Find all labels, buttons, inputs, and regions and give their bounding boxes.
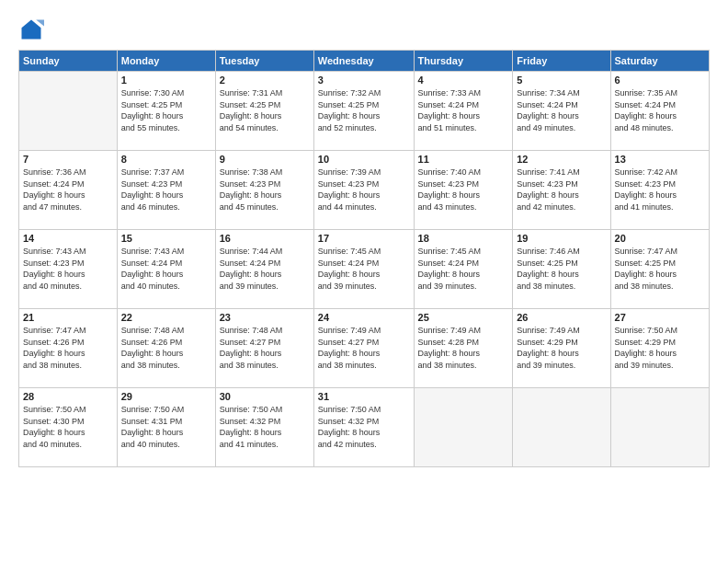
calendar-cell: 26Sunrise: 7:49 AM Sunset: 4:29 PM Dayli… (513, 309, 610, 388)
calendar-week-row: 28Sunrise: 7:50 AM Sunset: 4:30 PM Dayli… (19, 388, 710, 467)
day-info: Sunrise: 7:47 AM Sunset: 4:25 PM Dayligh… (615, 246, 705, 292)
calendar-cell: 19Sunrise: 7:46 AM Sunset: 4:25 PM Dayli… (513, 230, 610, 309)
day-info: Sunrise: 7:35 AM Sunset: 4:24 PM Dayligh… (615, 87, 705, 133)
day-number: 7 (23, 154, 113, 165)
day-info: Sunrise: 7:40 AM Sunset: 4:23 PM Dayligh… (418, 167, 509, 213)
day-number: 1 (121, 75, 211, 86)
day-number: 27 (615, 312, 705, 323)
calendar-cell: 27Sunrise: 7:50 AM Sunset: 4:29 PM Dayli… (610, 309, 709, 388)
day-number: 15 (121, 233, 211, 244)
day-info: Sunrise: 7:41 AM Sunset: 4:23 PM Dayligh… (517, 167, 606, 213)
day-info: Sunrise: 7:45 AM Sunset: 4:24 PM Dayligh… (418, 246, 509, 292)
calendar-week-row: 1Sunrise: 7:30 AM Sunset: 4:25 PM Daylig… (19, 72, 710, 151)
calendar-cell: 11Sunrise: 7:40 AM Sunset: 4:23 PM Dayli… (414, 151, 513, 230)
day-number: 16 (220, 233, 310, 244)
day-number: 31 (318, 391, 410, 402)
day-number: 29 (121, 391, 211, 402)
calendar-cell: 4Sunrise: 7:33 AM Sunset: 4:24 PM Daylig… (414, 72, 513, 151)
day-number: 3 (318, 75, 410, 86)
calendar-cell: 18Sunrise: 7:45 AM Sunset: 4:24 PM Dayli… (414, 230, 513, 309)
calendar-cell: 25Sunrise: 7:49 AM Sunset: 4:28 PM Dayli… (414, 309, 513, 388)
calendar-cell: 14Sunrise: 7:43 AM Sunset: 4:23 PM Dayli… (19, 230, 118, 309)
calendar-cell: 5Sunrise: 7:34 AM Sunset: 4:24 PM Daylig… (513, 72, 610, 151)
header (18, 17, 710, 42)
logo-icon (18, 17, 44, 42)
day-info: Sunrise: 7:49 AM Sunset: 4:27 PM Dayligh… (318, 325, 410, 371)
day-number: 18 (418, 233, 509, 244)
weekday-header: Wednesday (313, 51, 414, 72)
day-number: 28 (23, 391, 113, 402)
calendar-cell: 1Sunrise: 7:30 AM Sunset: 4:25 PM Daylig… (117, 72, 215, 151)
day-info: Sunrise: 7:42 AM Sunset: 4:23 PM Dayligh… (615, 167, 705, 213)
calendar-cell (513, 388, 610, 467)
day-info: Sunrise: 7:43 AM Sunset: 4:24 PM Dayligh… (121, 246, 211, 292)
svg-marker-0 (22, 20, 41, 40)
calendar-cell: 16Sunrise: 7:44 AM Sunset: 4:24 PM Dayli… (215, 230, 313, 309)
weekday-header: Saturday (610, 51, 709, 72)
calendar-week-row: 21Sunrise: 7:47 AM Sunset: 4:26 PM Dayli… (19, 309, 710, 388)
day-number: 6 (615, 75, 705, 86)
day-info: Sunrise: 7:46 AM Sunset: 4:25 PM Dayligh… (517, 246, 606, 292)
calendar-cell: 21Sunrise: 7:47 AM Sunset: 4:26 PM Dayli… (19, 309, 118, 388)
calendar-cell: 30Sunrise: 7:50 AM Sunset: 4:32 PM Dayli… (215, 388, 313, 467)
calendar-cell: 6Sunrise: 7:35 AM Sunset: 4:24 PM Daylig… (610, 72, 709, 151)
calendar-cell: 2Sunrise: 7:31 AM Sunset: 4:25 PM Daylig… (215, 72, 313, 151)
calendar-cell: 7Sunrise: 7:36 AM Sunset: 4:24 PM Daylig… (19, 151, 118, 230)
day-info: Sunrise: 7:36 AM Sunset: 4:24 PM Dayligh… (23, 167, 113, 213)
day-number: 10 (318, 154, 410, 165)
day-info: Sunrise: 7:45 AM Sunset: 4:24 PM Dayligh… (318, 246, 410, 292)
day-number: 24 (318, 312, 410, 323)
day-info: Sunrise: 7:50 AM Sunset: 4:32 PM Dayligh… (318, 404, 410, 450)
calendar-cell: 23Sunrise: 7:48 AM Sunset: 4:27 PM Dayli… (215, 309, 313, 388)
day-info: Sunrise: 7:48 AM Sunset: 4:27 PM Dayligh… (220, 325, 310, 371)
calendar-cell (610, 388, 709, 467)
day-number: 20 (615, 233, 705, 244)
day-number: 22 (121, 312, 211, 323)
day-info: Sunrise: 7:50 AM Sunset: 4:32 PM Dayligh… (220, 404, 310, 450)
day-number: 12 (517, 154, 606, 165)
day-info: Sunrise: 7:48 AM Sunset: 4:26 PM Dayligh… (121, 325, 211, 371)
day-number: 17 (318, 233, 410, 244)
logo (18, 17, 48, 42)
day-number: 13 (615, 154, 705, 165)
day-info: Sunrise: 7:50 AM Sunset: 4:31 PM Dayligh… (121, 404, 211, 450)
day-number: 5 (517, 75, 606, 86)
calendar-cell: 20Sunrise: 7:47 AM Sunset: 4:25 PM Dayli… (610, 230, 709, 309)
calendar-cell (19, 72, 118, 151)
day-info: Sunrise: 7:37 AM Sunset: 4:23 PM Dayligh… (121, 167, 211, 213)
day-number: 25 (418, 312, 509, 323)
day-number: 11 (418, 154, 509, 165)
calendar-cell: 22Sunrise: 7:48 AM Sunset: 4:26 PM Dayli… (117, 309, 215, 388)
day-number: 23 (220, 312, 310, 323)
calendar-week-row: 7Sunrise: 7:36 AM Sunset: 4:24 PM Daylig… (19, 151, 710, 230)
day-info: Sunrise: 7:32 AM Sunset: 4:25 PM Dayligh… (318, 87, 410, 133)
weekday-header: Sunday (19, 51, 118, 72)
calendar-cell: 3Sunrise: 7:32 AM Sunset: 4:25 PM Daylig… (313, 72, 414, 151)
day-number: 4 (418, 75, 509, 86)
calendar-header-row: SundayMondayTuesdayWednesdayThursdayFrid… (19, 51, 710, 72)
calendar-cell: 28Sunrise: 7:50 AM Sunset: 4:30 PM Dayli… (19, 388, 118, 467)
calendar-cell: 15Sunrise: 7:43 AM Sunset: 4:24 PM Dayli… (117, 230, 215, 309)
weekday-header: Thursday (414, 51, 513, 72)
day-info: Sunrise: 7:47 AM Sunset: 4:26 PM Dayligh… (23, 325, 113, 371)
day-info: Sunrise: 7:31 AM Sunset: 4:25 PM Dayligh… (220, 87, 310, 133)
day-info: Sunrise: 7:44 AM Sunset: 4:24 PM Dayligh… (220, 246, 310, 292)
calendar-cell: 31Sunrise: 7:50 AM Sunset: 4:32 PM Dayli… (313, 388, 414, 467)
day-info: Sunrise: 7:49 AM Sunset: 4:28 PM Dayligh… (418, 325, 509, 371)
calendar-cell: 29Sunrise: 7:50 AM Sunset: 4:31 PM Dayli… (117, 388, 215, 467)
calendar-cell (414, 388, 513, 467)
day-number: 9 (220, 154, 310, 165)
calendar-cell: 13Sunrise: 7:42 AM Sunset: 4:23 PM Dayli… (610, 151, 709, 230)
page: SundayMondayTuesdayWednesdayThursdayFrid… (0, 0, 728, 563)
day-number: 26 (517, 312, 606, 323)
day-number: 30 (220, 391, 310, 402)
weekday-header: Tuesday (215, 51, 313, 72)
calendar-cell: 10Sunrise: 7:39 AM Sunset: 4:23 PM Dayli… (313, 151, 414, 230)
day-info: Sunrise: 7:38 AM Sunset: 4:23 PM Dayligh… (220, 167, 310, 213)
day-info: Sunrise: 7:43 AM Sunset: 4:23 PM Dayligh… (23, 246, 113, 292)
calendar-cell: 8Sunrise: 7:37 AM Sunset: 4:23 PM Daylig… (117, 151, 215, 230)
day-number: 8 (121, 154, 211, 165)
calendar-table: SundayMondayTuesdayWednesdayThursdayFrid… (18, 50, 710, 467)
day-info: Sunrise: 7:34 AM Sunset: 4:24 PM Dayligh… (517, 87, 606, 133)
day-info: Sunrise: 7:49 AM Sunset: 4:29 PM Dayligh… (517, 325, 606, 371)
